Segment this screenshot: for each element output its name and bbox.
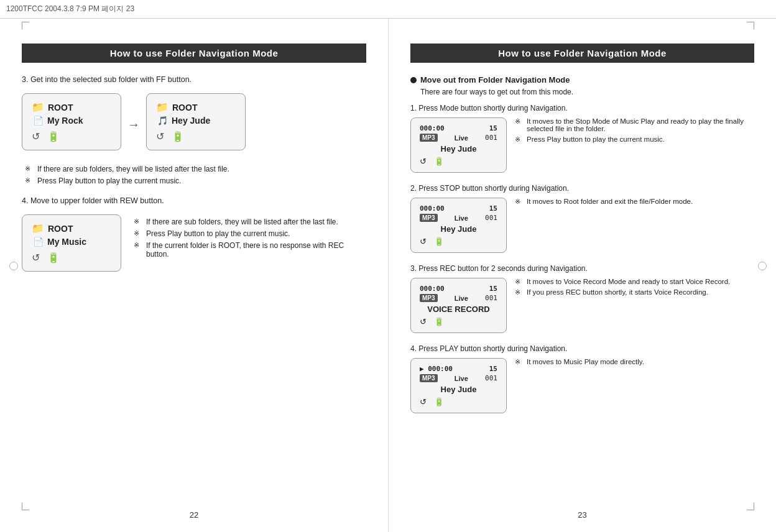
nav-item-label-2: 2. Press STOP button shortly during Navi… <box>410 184 754 193</box>
lcd-song-2: Hey Jude <box>420 224 497 234</box>
step3-devices: 📁 ROOT 📄 My Rock ↺ 🔋 → 📁 ROOT 🎵 Hey Jude <box>22 93 366 155</box>
lcd-controls-3: ↺ 🔋 <box>420 317 497 326</box>
page-left: How to use Folder Navigation Mode 3. Get… <box>0 19 388 532</box>
device-box-3: 📁 ROOT 📄 My Music ↺ 🔋 <box>22 214 121 272</box>
nav-item-label-4: 4. Press PLAY button shortly during Navi… <box>410 344 754 353</box>
controls-1: ↺ 🔋 <box>32 131 111 142</box>
prev-btn-3: ↺ <box>32 252 40 264</box>
sub-folder-row-2: 🎵 Hey Jude <box>156 116 236 126</box>
step4-content: 📁 ROOT 📄 My Music ↺ 🔋 If there are sub f… <box>22 214 366 277</box>
lcd-box-2: 000:00 15 MP3 Live 001 Hey Jude ↺ 🔋 <box>410 198 507 253</box>
battery-icon-2: 🔋 <box>172 131 184 142</box>
sub-name-3: My Music <box>47 237 86 247</box>
page-number-left: 22 <box>190 510 198 520</box>
move-out-desc: There are four ways to get out from this… <box>410 88 754 96</box>
lcd-top-row-2: 000:00 15 <box>420 204 497 213</box>
lcd-prev-2: ↺ <box>420 237 427 246</box>
step4-note-2: Press Play button to play the current mu… <box>143 229 366 238</box>
step4-notes: If there are sub folders, they will be l… <box>143 218 366 262</box>
lcd-note-3-1: It moves to Voice Record Mode and ready … <box>524 278 754 285</box>
sub-folder-row-3: 📄 My Music <box>32 237 111 247</box>
page-right: How to use Folder Navigation Mode Move o… <box>388 19 776 532</box>
lcd-prev-3: ↺ <box>420 317 427 326</box>
lcd-track-3: 15 <box>489 285 497 293</box>
lcd-live-1: Live <box>455 134 468 142</box>
move-out-title-text: Move out from Folder Navigation Mode <box>420 75 570 85</box>
lcd-num-2: 001 <box>485 214 497 222</box>
device-box-2: 📁 ROOT 🎵 Hey Jude ↺ 🔋 <box>146 93 246 150</box>
lcd-batt-2: 🔋 <box>434 237 444 246</box>
lcd-track-1: 15 <box>489 124 497 132</box>
folder-row-1: 📁 ROOT <box>32 101 111 113</box>
controls-2: ↺ 🔋 <box>156 131 236 142</box>
header-text: 1200TFCC 2004.3.8 7:9 PM 페이지 23 <box>6 4 134 14</box>
lcd-batt-3: 🔋 <box>434 317 444 326</box>
step4-note-1: If there are sub folders, they will be l… <box>143 218 366 226</box>
lcd-time-4: ▶ 000:00 <box>420 365 453 373</box>
lcd-time-2: 000:00 <box>420 204 445 213</box>
step4-label: 4. Move to upper folder with REW button. <box>22 196 366 205</box>
step3-label: 3. Get into the selected sub folder with… <box>22 75 366 84</box>
step4-note-3: If the current folder is ROOT, there is … <box>143 241 366 259</box>
folder-icon-1: 📁 <box>32 101 44 113</box>
lcd-row-1: 000:00 15 MP3 Live 001 Hey Jude ↺ 🔋 It m… <box>410 117 754 173</box>
lcd-notes-2: It moves to Root folder and exit the fil… <box>514 198 754 208</box>
lcd-row-3: 000:00 15 MP3 Live 001 VOICE RECORD ↺ 🔋 … <box>410 278 754 333</box>
lcd-top-row-3: 000:00 15 <box>420 285 497 293</box>
lcd-note-2-1: It moves to Root folder and exit the fil… <box>524 198 754 205</box>
lcd-controls-1: ↺ 🔋 <box>420 157 497 166</box>
nav-items-list: 1. Press Mode button shortly during Navi… <box>410 104 754 413</box>
lcd-notes-4: It moves to Music Play mode directly. <box>514 358 754 369</box>
nav-item-2: 2. Press STOP button shortly during Navi… <box>410 184 754 253</box>
lcd-controls-4: ↺ 🔋 <box>420 397 497 406</box>
lcd-live-3: Live <box>455 295 468 302</box>
sub-name-2: Hey Jude <box>172 116 210 126</box>
folder-name-3: ROOT <box>48 224 73 234</box>
lcd-top-row-1: 000:00 15 <box>420 124 497 132</box>
lcd-track-4: 15 <box>489 365 497 373</box>
lcd-song-1: Hey Jude <box>420 144 497 154</box>
step3-note-2: Press Play button to play the current mu… <box>34 177 366 185</box>
lcd-notes-3: It moves to Voice Record Mode and ready … <box>514 278 754 299</box>
folder-icon-2: 📁 <box>156 101 169 113</box>
battery-icon-1: 🔋 <box>47 131 60 142</box>
controls-3: ↺ 🔋 <box>32 252 111 264</box>
move-out-title: Move out from Folder Navigation Mode <box>410 75 754 85</box>
folder-row-3: 📁 ROOT <box>32 222 111 234</box>
battery-icon-3: 🔋 <box>47 252 60 264</box>
step3-note-1: If there are sub folders, they will be l… <box>34 165 366 173</box>
lcd-mode-row-2: MP3 Live 001 <box>420 214 497 222</box>
lcd-mode-row-3: MP3 Live 001 <box>420 294 497 302</box>
lcd-live-4: Live <box>455 375 468 382</box>
lcd-note-4-1: It moves to Music Play mode directly. <box>524 358 754 365</box>
nav-item-label-1: 1. Press Mode button shortly during Navi… <box>410 104 754 112</box>
lcd-batt-4: 🔋 <box>434 397 444 406</box>
lcd-time-1: 000:00 <box>420 124 445 132</box>
left-section-title: How to use Folder Navigation Mode <box>22 44 366 63</box>
lcd-batt-1: 🔋 <box>434 157 444 166</box>
arrow-sym: → <box>127 117 140 132</box>
header-bar: 1200TFCC 2004.3.8 7:9 PM 페이지 23 <box>0 0 776 19</box>
lcd-prev-4: ↺ <box>420 397 427 406</box>
lcd-top-row-4: ▶ 000:00 15 <box>420 365 497 373</box>
nav-item-3: 3. Press REC button for 2 seconds during… <box>410 264 754 333</box>
page-number-right: 23 <box>578 510 586 520</box>
prev-btn-2: ↺ <box>156 131 164 142</box>
sub-icon-2: 🎵 <box>157 116 168 126</box>
lcd-song-4: Hey Jude <box>420 385 497 394</box>
folder-icon-3: 📁 <box>32 222 44 234</box>
lcd-mode-row-4: MP3 Live 001 <box>420 374 497 382</box>
lcd-time-3: 000:00 <box>420 285 445 293</box>
folder-name-2: ROOT <box>172 103 197 112</box>
lcd-notes-1: It moves to the Stop Mode of Music Play … <box>514 117 754 146</box>
lcd-prev-1: ↺ <box>420 157 427 166</box>
lcd-row-4: ▶ 000:00 15 MP3 Live 001 Hey Jude ↺ 🔋 It… <box>410 358 754 413</box>
prev-btn-1: ↺ <box>32 131 40 142</box>
sub-icon-1: 📄 <box>33 116 44 126</box>
right-section-title: How to use Folder Navigation Mode <box>410 44 754 63</box>
lcd-num-3: 001 <box>485 294 497 302</box>
folder-name-1: ROOT <box>48 103 73 112</box>
lcd-num-4: 001 <box>485 374 497 382</box>
lcd-note-1-2: Press Play button to play the current mu… <box>524 135 754 143</box>
lcd-song-3: VOICE RECORD <box>420 305 497 314</box>
